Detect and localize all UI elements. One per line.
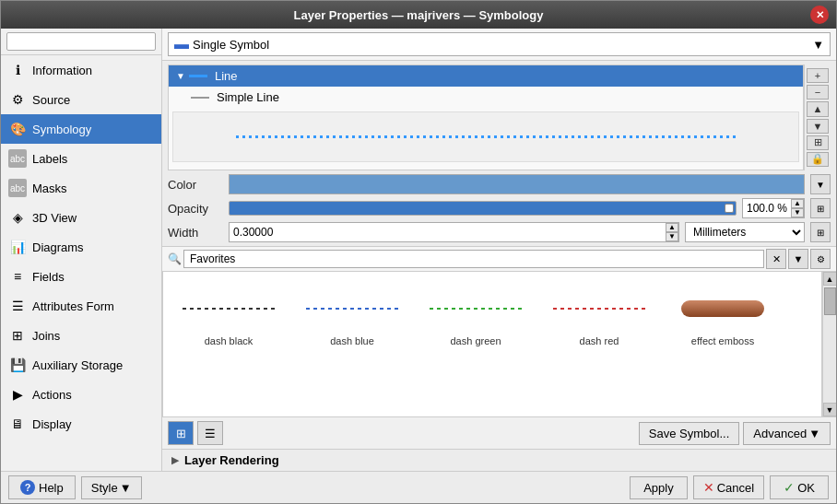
save-symbol-button[interactable]: Save Symbol... xyxy=(639,422,739,445)
sidebar-item-symbology[interactable]: 🎨 Symbology xyxy=(1,114,161,144)
symbol-item-dash-red[interactable]: dash red xyxy=(539,277,659,411)
symbol-preview-dash-green xyxy=(425,286,526,332)
symbol-preview-area xyxy=(172,111,799,162)
width-down-button[interactable]: ▼ xyxy=(666,232,678,241)
sidebar-item-joins[interactable]: ⊞ Joins xyxy=(1,321,161,350)
scroll-down-button[interactable]: ▼ xyxy=(823,403,837,416)
advanced-button[interactable]: Advanced ▼ xyxy=(743,422,831,445)
symbol-type-icon: ▬ xyxy=(174,36,189,53)
symbol-name: dash blue xyxy=(330,335,374,346)
symbol-preview-effect-emboss xyxy=(672,286,773,332)
symbol-preview-dash-black xyxy=(178,286,279,332)
close-button[interactable]: ✕ xyxy=(810,6,829,24)
sidebar-item-actions[interactable]: ▶ Actions xyxy=(1,380,161,409)
symbols-scrollbar[interactable]: ▲ ▼ xyxy=(822,272,836,416)
width-up-button[interactable]: ▲ xyxy=(666,223,678,232)
layer-list: ▼ Line Simple Line xyxy=(168,64,804,170)
layer-rendering-expand-icon[interactable]: ▶ xyxy=(171,454,179,466)
dash-black-line xyxy=(183,308,275,310)
scroll-up-button[interactable]: ▲ xyxy=(823,272,837,286)
auxiliary-storage-icon: 💾 xyxy=(8,356,27,374)
width-row: Width ▲ ▼ Millimeters Pixels Points ⊞ xyxy=(168,222,831,242)
symbol-item-effect-emboss[interactable]: effect emboss xyxy=(663,277,783,411)
symbol-item-dash-black[interactable]: dash black xyxy=(169,277,289,411)
width-spinners: ▲ ▼ xyxy=(666,223,678,241)
list-view-button[interactable]: ☰ xyxy=(197,421,223,445)
bottom-toolbar: ⊞ ☰ Save Symbol... Advanced ▼ xyxy=(162,416,836,449)
sidebar-search-input[interactable] xyxy=(6,32,156,51)
favorites-options-button[interactable]: ⚙ xyxy=(810,249,831,269)
color-dropdown-button[interactable]: ▼ xyxy=(810,174,831,194)
sidebar-item-label: Source xyxy=(32,93,70,107)
symbol-preview-dash-red xyxy=(548,286,650,332)
symbol-item-dash-blue[interactable]: dash blue xyxy=(292,277,412,411)
opacity-slider-thumb[interactable] xyxy=(725,204,734,213)
preview-line xyxy=(236,135,736,138)
symbol-type-bar: ▬ Single Symbol ▼ xyxy=(162,29,836,61)
width-input[interactable] xyxy=(230,224,666,240)
lock-button[interactable]: 🔒 xyxy=(807,152,829,167)
dropdown-arrow-icon: ▼ xyxy=(812,38,824,52)
sidebar-item-fields[interactable]: ≡ Fields xyxy=(1,262,161,291)
opacity-extra-button[interactable]: ⊞ xyxy=(810,198,831,218)
opacity-value-text: 100.0 % xyxy=(743,201,791,216)
sidebar: ℹ Information ⚙ Source 🎨 Symbology abc L… xyxy=(1,29,162,471)
symbol-name: dash black xyxy=(205,335,253,346)
sidebar-item-label: Actions xyxy=(32,388,72,402)
duplicate-button[interactable]: ⊞ xyxy=(807,135,829,150)
opacity-spinners: ▲ ▼ xyxy=(791,199,804,217)
sidebar-item-diagrams[interactable]: 📊 Diagrams xyxy=(1,232,161,262)
grid-view-button[interactable]: ⊞ xyxy=(168,421,194,445)
search-icon: 🔍 xyxy=(168,252,182,265)
line-color-swatch xyxy=(189,75,207,77)
opacity-up-button[interactable]: ▲ xyxy=(791,199,804,208)
layer-rendering-row: ▶ Layer Rendering xyxy=(162,449,836,471)
help-button[interactable]: ? Help xyxy=(8,475,76,499)
move-down-button[interactable]: ▼ xyxy=(807,119,829,134)
clear-favorites-button[interactable]: ✕ xyxy=(766,249,786,269)
width-label: Width xyxy=(168,226,223,240)
layer-item-line[interactable]: ▼ Line xyxy=(169,65,803,87)
sidebar-item-source[interactable]: ⚙ Source xyxy=(1,85,161,114)
window-title: Layer Properties — majrivers — Symbology xyxy=(294,8,544,22)
style-button[interactable]: Style ▼ xyxy=(81,476,142,499)
scroll-thumb[interactable] xyxy=(824,287,836,315)
main-content: ℹ Information ⚙ Source 🎨 Symbology abc L… xyxy=(1,29,836,471)
sidebar-item-masks[interactable]: abc Masks xyxy=(1,173,161,203)
favorites-search-input[interactable] xyxy=(183,250,764,268)
width-unit-select[interactable]: Millimeters Pixels Points xyxy=(685,222,805,242)
favorites-dropdown-button[interactable]: ▼ xyxy=(788,249,808,269)
sidebar-item-label: Masks xyxy=(32,182,67,195)
sidebar-item-3dview[interactable]: ◈ 3D View xyxy=(1,203,161,232)
ok-button[interactable]: ✓ OK xyxy=(770,475,829,499)
search-area xyxy=(1,29,161,55)
add-layer-button[interactable]: + xyxy=(807,68,829,83)
diagrams-icon: 📊 xyxy=(8,238,27,256)
remove-layer-button[interactable]: − xyxy=(807,85,829,100)
sidebar-item-attributes-form[interactable]: ☰ Attributes Form xyxy=(1,291,161,321)
sidebar-item-labels[interactable]: abc Labels xyxy=(1,144,161,173)
symbol-type-select[interactable]: ▬ Single Symbol ▼ xyxy=(168,32,831,56)
cancel-button[interactable]: ✕ Cancel xyxy=(693,475,764,499)
labels-icon: abc xyxy=(8,149,27,168)
color-label: Color xyxy=(168,178,223,192)
expand-arrow-icon: ▼ xyxy=(176,71,185,81)
sidebar-item-label: Labels xyxy=(32,152,67,166)
sidebar-item-label: Display xyxy=(32,417,72,431)
opacity-slider[interactable] xyxy=(229,201,737,216)
sidebar-item-display[interactable]: 🖥 Display xyxy=(1,409,161,439)
color-picker[interactable] xyxy=(229,174,805,194)
apply-button[interactable]: Apply xyxy=(630,476,688,499)
fields-icon: ≡ xyxy=(8,267,27,286)
color-row: Color ▼ xyxy=(168,174,831,194)
layer-item-simple-line[interactable]: Simple Line xyxy=(169,87,803,108)
width-extra-button[interactable]: ⊞ xyxy=(810,222,831,242)
information-icon: ℹ xyxy=(8,61,27,79)
sidebar-item-information[interactable]: ℹ Information xyxy=(1,55,161,85)
title-bar: Layer Properties — majrivers — Symbology… xyxy=(1,1,836,29)
sidebar-item-auxiliary-storage[interactable]: 💾 Auxiliary Storage xyxy=(1,350,161,380)
cancel-label: Cancel xyxy=(717,481,754,495)
opacity-down-button[interactable]: ▼ xyxy=(791,208,804,217)
symbol-item-dash-green[interactable]: dash green xyxy=(416,277,536,411)
move-up-button[interactable]: ▲ xyxy=(807,101,829,116)
